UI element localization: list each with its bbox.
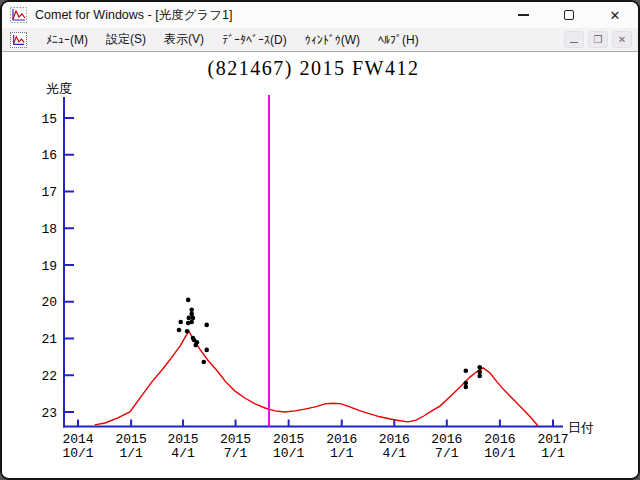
- svg-text:20: 20: [41, 295, 57, 310]
- menu-item-database[interactable]: ﾃﾞｰﾀﾍﾞｰｽ(D): [213, 30, 296, 50]
- svg-text:10/1: 10/1: [62, 446, 93, 461]
- svg-text:2015: 2015: [273, 432, 304, 447]
- mdi-window-controls: ❐ ✕: [564, 31, 632, 48]
- app-icon[interactable]: [10, 7, 27, 23]
- mdi-close-icon: ✕: [618, 35, 626, 45]
- mdi-minimize-button[interactable]: [564, 31, 584, 48]
- mdi-child-system-icon[interactable]: [10, 32, 27, 48]
- menu-items: ﾒﾆｭｰ(M)設定(S)表示(V)ﾃﾞｰﾀﾍﾞｰｽ(D)ｳｨﾝﾄﾞｳ(W)ﾍﾙﾌ…: [37, 28, 428, 51]
- svg-text:2015: 2015: [167, 432, 198, 447]
- mdi-minimize-icon: [570, 42, 578, 44]
- svg-text:2015: 2015: [115, 432, 146, 447]
- svg-text:17: 17: [41, 185, 57, 200]
- svg-text:1/1: 1/1: [541, 446, 565, 461]
- minimize-button[interactable]: [500, 2, 546, 28]
- svg-text:2016: 2016: [484, 432, 515, 447]
- minimize-icon: [518, 14, 529, 15]
- svg-text:10/1: 10/1: [273, 446, 304, 461]
- mdi-restore-icon: ❐: [594, 35, 603, 45]
- svg-text:22: 22: [41, 369, 57, 384]
- svg-text:7/1: 7/1: [435, 446, 459, 461]
- svg-text:15: 15: [41, 112, 57, 127]
- window-controls: ✕: [500, 2, 638, 28]
- close-icon: ✕: [610, 9, 621, 22]
- svg-text:23: 23: [41, 406, 57, 421]
- svg-text:(821467) 2015 FW412: (821467) 2015 FW412: [208, 57, 420, 80]
- svg-text:2016: 2016: [431, 432, 462, 447]
- svg-text:18: 18: [41, 222, 57, 237]
- svg-text:16: 16: [41, 148, 57, 163]
- mdi-restore-button[interactable]: ❐: [588, 31, 608, 48]
- svg-text:日付: 日付: [568, 420, 594, 435]
- svg-text:1/1: 1/1: [119, 446, 143, 461]
- svg-text:4/1: 4/1: [171, 446, 195, 461]
- close-button[interactable]: ✕: [592, 2, 638, 28]
- svg-text:1/1: 1/1: [330, 446, 354, 461]
- titlebar[interactable]: Comet for Windows - [光度グラフ1] ✕: [2, 2, 638, 28]
- svg-text:21: 21: [41, 332, 57, 347]
- svg-text:7/1: 7/1: [224, 446, 248, 461]
- svg-text:光度: 光度: [46, 81, 72, 96]
- menu-item-view[interactable]: 表示(V): [155, 28, 213, 51]
- menu-item-help[interactable]: ﾍﾙﾌﾟ(H): [369, 30, 428, 50]
- maximize-button[interactable]: [546, 2, 592, 28]
- svg-text:2017: 2017: [537, 432, 568, 447]
- light-curve-chart: (821467) 2015 FW412光度日付15161718192021222…: [2, 52, 638, 477]
- svg-text:2016: 2016: [326, 432, 357, 447]
- svg-text:2016: 2016: [379, 432, 410, 447]
- svg-text:2015: 2015: [220, 432, 251, 447]
- mdi-close-button[interactable]: ✕: [612, 31, 632, 48]
- app-window: Comet for Windows - [光度グラフ1] ✕ ﾒﾆｭｰ(M)設定…: [0, 0, 640, 480]
- window-title: Comet for Windows - [光度グラフ1]: [35, 7, 232, 24]
- menu-item-menu[interactable]: ﾒﾆｭｰ(M): [37, 30, 97, 50]
- svg-text:19: 19: [41, 259, 57, 274]
- menu-item-settings[interactable]: 設定(S): [97, 28, 155, 51]
- menu-item-window[interactable]: ｳｨﾝﾄﾞｳ(W): [296, 30, 369, 50]
- svg-text:2014: 2014: [62, 432, 93, 447]
- chart-client-area: (821467) 2015 FW412光度日付15161718192021222…: [2, 52, 638, 477]
- svg-text:4/1: 4/1: [383, 446, 407, 461]
- menubar: ﾒﾆｭｰ(M)設定(S)表示(V)ﾃﾞｰﾀﾍﾞｰｽ(D)ｳｨﾝﾄﾞｳ(W)ﾍﾙﾌ…: [2, 28, 638, 52]
- maximize-icon: [564, 10, 574, 20]
- svg-text:10/1: 10/1: [484, 446, 515, 461]
